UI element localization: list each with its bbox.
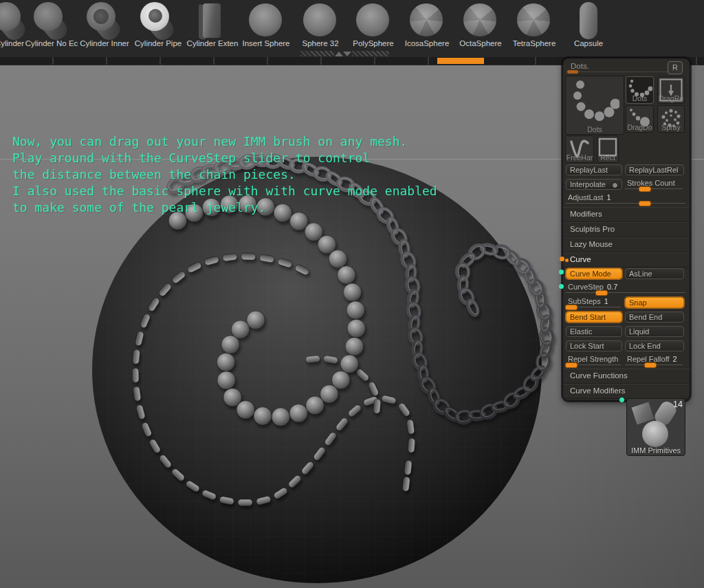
section-header-label: Curve Functions: [570, 371, 628, 380]
asline-button[interactable]: AsLine: [625, 268, 684, 279]
liquid-button[interactable]: Liquid: [625, 326, 684, 337]
section-header-label: Curve: [570, 255, 591, 263]
section-header-lazy-mouse[interactable]: Lazy Mouse: [563, 237, 690, 252]
interpolate-button[interactable]: Interpolate: [566, 179, 622, 190]
brush-item-icosasphere[interactable]: IcosaSphere: [400, 0, 454, 54]
brush-cylinder-icon[interactable]: [32, 2, 71, 39]
scroll-down-icon[interactable]: [343, 52, 351, 56]
button-label: Lock Start: [570, 342, 604, 350]
stroke-type-dots[interactable]: Dots: [626, 76, 654, 104]
brush-cylinder-pipe-icon[interactable]: [139, 2, 177, 39]
brush-item-capsule[interactable]: Capsule: [562, 0, 615, 54]
panel-mini-slider[interactable]: [567, 70, 578, 74]
overlay-instructions: Now, you can drag out your new IMM brush…: [12, 133, 437, 216]
brush-label: TetraSphere: [513, 39, 556, 47]
brush-palette-toolbar: CylinderCylinder No EcCylinder InnerCyli…: [0, 0, 704, 65]
brush-sphere-icon[interactable]: [301, 2, 340, 39]
brush-cylinder-inner-icon[interactable]: [85, 2, 124, 39]
button-label: Liquid: [629, 327, 649, 336]
stroke-type-label: DragDo: [626, 123, 653, 131]
button-label: ReplayLastRel: [629, 166, 679, 174]
brush-item-sphere-32[interactable]: Sphere 32: [294, 0, 347, 54]
stroke-type-dots-large-large[interactable]: Dots: [565, 76, 624, 135]
lock-end-button[interactable]: Lock End: [625, 340, 684, 351]
sphere-icon: [642, 421, 668, 447]
brush-label: OctaSphere: [459, 39, 501, 47]
brush-slab-icon[interactable]: [193, 2, 232, 39]
replaylastrel-button[interactable]: ReplayLastRel: [625, 164, 684, 175]
brush-sphere-icon[interactable]: [247, 2, 285, 39]
section-header-sculptris-pro[interactable]: Sculptris Pro: [563, 222, 690, 237]
slider-handle[interactable]: [595, 290, 608, 296]
button-label: Bend End: [629, 313, 662, 321]
brush-label: Cylinder Pipe: [135, 39, 182, 47]
brush-label: Cylinder Exten: [187, 39, 239, 47]
stroke-popup-panel: Dots. R DotsDotsDragReDragDoSprayFreeHar…: [562, 58, 690, 401]
snap-button[interactable]: Snap: [625, 297, 684, 308]
curve-mode-marker-dot: [559, 270, 564, 274]
curvestep-marker-dot: [559, 284, 564, 289]
section-header-curve[interactable]: Curve: [563, 252, 690, 268]
brush-label: Sphere 32: [302, 39, 338, 47]
brush-item-cylinder-no-ec[interactable]: Cylinder No Ec: [25, 0, 78, 54]
slider-handle[interactable]: [565, 362, 578, 368]
button-label: ReplayLast: [570, 166, 608, 174]
brush-label: Insert Sphere: [242, 39, 289, 47]
brush-item-cylinder-exten[interactable]: Cylinder Exten: [186, 0, 239, 54]
restore-button[interactable]: R: [668, 61, 683, 74]
slider-label: AdjustLast1: [568, 193, 611, 202]
slider-strokes-count[interactable]: Strokes Count: [625, 178, 684, 192]
stroke-type-freehand[interactable]: FreeHar: [565, 135, 594, 163]
slider-repel-strength[interactable]: Repel Strength: [566, 354, 622, 368]
slider-handle[interactable]: [639, 201, 651, 206]
scroll-up-icon[interactable]: [335, 52, 343, 56]
brush-label: PolySphere: [353, 39, 393, 47]
brush-item-cylinder-pipe[interactable]: Cylinder Pipe: [131, 0, 185, 54]
brush-sphere-icon[interactable]: [354, 2, 393, 39]
slider-label: Strokes Count: [627, 179, 679, 187]
brush-item-insert-sphere[interactable]: Insert Sphere: [239, 0, 293, 54]
curve-mode-button[interactable]: Curve Mode: [566, 268, 622, 279]
brush-sphere-faceted-icon[interactable]: [461, 2, 500, 39]
stroke-type-dragdot[interactable]: DragDo: [626, 105, 654, 133]
button-label: Curve Mode: [570, 270, 611, 278]
section-header-modifiers[interactable]: Modifiers: [563, 207, 690, 222]
stroke-type-dragrect[interactable]: DragRe: [657, 76, 685, 104]
slider-handle[interactable]: [644, 362, 657, 368]
brush-sphere-faceted-icon[interactable]: [408, 2, 446, 39]
stroke-type-rect[interactable]: Rect: [597, 135, 619, 163]
brush-item-octasphere[interactable]: OctaSphere: [454, 0, 507, 54]
stroke-type-spray[interactable]: Spray: [657, 105, 685, 133]
interpolate-toggle-icon[interactable]: [612, 182, 618, 188]
brush-scrollbar-hatch-right[interactable]: [352, 51, 389, 56]
elastic-button[interactable]: Elastic: [566, 326, 622, 337]
stroke-type-label: Dots: [626, 94, 653, 102]
section-header-curve-functions[interactable]: Curve Functions: [563, 369, 690, 384]
scrollbar-thumb[interactable]: [437, 58, 484, 64]
lock-start-button[interactable]: Lock Start: [566, 340, 622, 351]
brush-scrollbar-hatch-left[interactable]: [300, 51, 334, 56]
slider-curvestep[interactable]: CurveStep0.7: [566, 282, 687, 296]
bend-end-button[interactable]: Bend End: [625, 312, 684, 323]
slider-handle[interactable]: [565, 305, 578, 310]
slider-handle[interactable]: [639, 186, 651, 192]
imm-primitives-thumbnail[interactable]: 14 IMM Primitives: [626, 398, 685, 456]
overlay-text-line: the distance between the chain pieces.: [12, 166, 437, 183]
bend-start-button[interactable]: Bend Start: [566, 312, 622, 323]
replaylast-button[interactable]: ReplayLast: [566, 164, 622, 175]
section-header-label: Curve Modifiers: [570, 386, 626, 395]
brush-item-cylinder-inner[interactable]: Cylinder Inner: [78, 0, 131, 54]
brush-item-polysphere[interactable]: PolySphere: [346, 0, 400, 54]
button-label: Interpolate: [570, 180, 606, 188]
imm-count-badge: 14: [673, 400, 683, 409]
brush-capsule-icon[interactable]: [569, 2, 608, 39]
slider-repel-falloff[interactable]: Repel Falloff2: [625, 354, 684, 368]
brush-sphere-faceted-icon[interactable]: [515, 2, 553, 39]
slider-substeps[interactable]: SubSteps1: [566, 296, 622, 310]
section-header-curve-modifiers[interactable]: Curve Modifiers: [563, 384, 690, 399]
overlay-text-line: Play around with the CurveStep slider to…: [12, 150, 437, 166]
stroke-type-label: DragRe: [658, 94, 684, 102]
brush-item-tetrasphere[interactable]: TetraSphere: [507, 0, 561, 54]
slider-adjustlast[interactable]: AdjustLast1: [566, 193, 687, 206]
brush-label: Cylinder: [0, 39, 24, 47]
